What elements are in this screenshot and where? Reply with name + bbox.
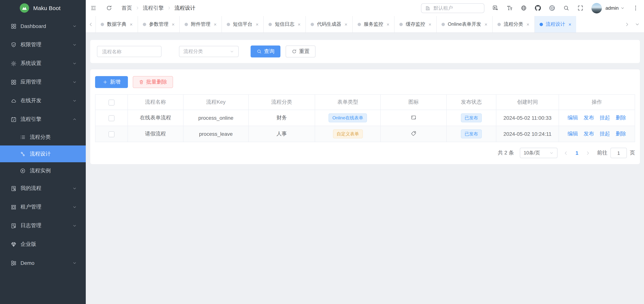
close-icon[interactable]: × bbox=[344, 22, 347, 27]
sidebar-item-process-instance[interactable]: 流程实例 bbox=[0, 162, 86, 179]
tab-sms-platform[interactable]: 短信平台× bbox=[222, 16, 264, 32]
tab-code-generator[interactable]: 代码生成器× bbox=[306, 16, 352, 32]
form-type-tag: Online在线表单 bbox=[329, 114, 367, 122]
row-checkbox[interactable] bbox=[108, 115, 114, 121]
publish-link[interactable]: 发布 bbox=[584, 114, 594, 121]
sidebar-item-log-management[interactable]: 日志管理 bbox=[0, 216, 86, 235]
close-icon[interactable]: × bbox=[484, 22, 488, 27]
shield-check-icon bbox=[10, 42, 17, 48]
tabs-scroll-left-button[interactable] bbox=[86, 16, 96, 32]
suspend-link[interactable]: 挂起 bbox=[600, 114, 610, 121]
tenant-search-input[interactable] bbox=[433, 5, 480, 11]
tabs-bar: 数据字典× 参数管理× 附件管理× 短信平台× 短信日志× 代码生成器× 服务监… bbox=[86, 16, 644, 33]
translate-button[interactable] bbox=[492, 5, 498, 11]
user-menu[interactable]: admin bbox=[606, 5, 624, 11]
tab-attachment-management[interactable]: 附件管理× bbox=[179, 16, 221, 32]
tab-label: 附件管理 bbox=[191, 21, 210, 28]
close-icon[interactable]: × bbox=[172, 22, 174, 27]
tab-dot-icon bbox=[311, 22, 314, 26]
tab-data-dictionary[interactable]: 数据字典× bbox=[96, 16, 138, 32]
search-button[interactable]: 查询 bbox=[250, 46, 280, 58]
tab-cache-monitor[interactable]: 缓存监控× bbox=[394, 16, 436, 32]
gitee-button[interactable] bbox=[549, 5, 555, 11]
edit-link[interactable]: 编辑 bbox=[568, 114, 578, 121]
cell-category: 人事 bbox=[248, 126, 315, 142]
sidebar-item-permissions[interactable]: 权限管理 bbox=[0, 36, 86, 54]
refresh-icon bbox=[106, 5, 112, 11]
delete-link[interactable]: 删除 bbox=[616, 114, 626, 121]
sidebar: Maku Boot Dashboard 权限管理 系统设置 应用管理 bbox=[0, 0, 86, 304]
select-all-checkbox[interactable] bbox=[108, 100, 114, 105]
process-name-input[interactable] bbox=[102, 48, 157, 55]
logo[interactable]: Maku Boot bbox=[0, 0, 86, 16]
close-icon[interactable]: × bbox=[256, 22, 258, 27]
flow-icon bbox=[20, 150, 26, 157]
add-button[interactable]: 新增 bbox=[95, 76, 128, 88]
process-category-select[interactable]: 流程分类 bbox=[179, 46, 239, 57]
github-button[interactable] bbox=[534, 5, 541, 11]
github-icon bbox=[534, 5, 541, 11]
delete-link[interactable]: 删除 bbox=[616, 130, 626, 137]
process-name-field[interactable] bbox=[97, 46, 162, 57]
tab-sms-log[interactable]: 短信日志× bbox=[264, 16, 306, 32]
sidebar-item-app-management[interactable]: 应用管理 bbox=[0, 73, 86, 92]
page-number-button[interactable]: 1 bbox=[574, 150, 580, 156]
close-icon[interactable]: × bbox=[568, 22, 571, 27]
tabs-menu-button[interactable] bbox=[633, 22, 642, 27]
sidebar-item-system-settings[interactable]: 系统设置 bbox=[0, 54, 86, 73]
column-header: 流程Key bbox=[183, 94, 248, 110]
tab-process-design[interactable]: 流程设计× bbox=[534, 16, 576, 32]
sidebar-item-tenant-management[interactable]: 租户管理 bbox=[0, 198, 86, 216]
sidebar-item-process-engine[interactable]: 流程引擎 bbox=[0, 110, 86, 129]
fullscreen-button[interactable] bbox=[577, 5, 584, 11]
sidebar-item-dashboard[interactable]: Dashboard bbox=[0, 17, 86, 36]
sidebar-item-demo[interactable]: Demo bbox=[0, 254, 86, 272]
tab-label: 数据字典 bbox=[107, 21, 126, 28]
sidebar-item-process-design[interactable]: 流程设计 bbox=[0, 146, 86, 162]
close-icon[interactable]: × bbox=[298, 22, 300, 27]
goto-page-input[interactable] bbox=[610, 148, 627, 158]
tab-parameter-management[interactable]: 参数管理× bbox=[138, 16, 179, 32]
more-settings-button[interactable] bbox=[632, 5, 639, 11]
close-icon[interactable]: × bbox=[386, 22, 389, 27]
refresh-button[interactable] bbox=[106, 5, 112, 11]
table-row: 在线表单流程 process_online 财务 Online在线表单 已发布 … bbox=[95, 110, 635, 126]
menu-fold-button[interactable] bbox=[90, 5, 96, 11]
table-toolbar: 新增 批量删除 bbox=[95, 76, 635, 88]
prev-page-button[interactable] bbox=[563, 150, 569, 155]
close-icon[interactable]: × bbox=[130, 22, 132, 27]
row-checkbox[interactable] bbox=[108, 131, 114, 137]
edit-link[interactable]: 编辑 bbox=[568, 130, 578, 137]
close-icon[interactable]: × bbox=[214, 22, 216, 27]
close-icon[interactable]: × bbox=[428, 22, 431, 27]
close-icon[interactable]: × bbox=[526, 22, 529, 27]
search-button[interactable] bbox=[563, 5, 569, 11]
reset-button[interactable]: 重置 bbox=[286, 46, 316, 58]
sidebar-item-label: 租户管理 bbox=[20, 204, 42, 210]
tenant-select[interactable] bbox=[421, 3, 484, 13]
page-size-select[interactable]: 10条/页 bbox=[520, 148, 558, 158]
batch-delete-button[interactable]: 批量删除 bbox=[133, 76, 173, 88]
breadcrumb-process-engine[interactable]: 流程引擎 bbox=[143, 5, 164, 12]
suspend-link[interactable]: 挂起 bbox=[600, 130, 610, 137]
cell-icon bbox=[381, 110, 446, 126]
sidebar-item-process-category[interactable]: 流程分类 bbox=[0, 129, 86, 146]
cell-status: 已发布 bbox=[446, 126, 496, 142]
publish-link[interactable]: 发布 bbox=[584, 130, 594, 137]
sidebar-item-online-dev[interactable]: 在线开发 bbox=[0, 92, 86, 110]
next-page-button[interactable] bbox=[585, 150, 591, 155]
chevron-down-icon bbox=[72, 24, 77, 28]
sidebar-item-enterprise[interactable]: 企业版 bbox=[0, 235, 86, 254]
tabs-scroll-right-button[interactable] bbox=[622, 22, 631, 27]
topbar: 首页 流程引擎 流程设计 bbox=[86, 0, 644, 16]
font-size-button[interactable] bbox=[506, 5, 512, 11]
select-placeholder: 流程分类 bbox=[184, 48, 203, 55]
breadcrumb-home[interactable]: 首页 bbox=[122, 5, 132, 12]
tab-service-monitor[interactable]: 服务监控× bbox=[352, 16, 394, 32]
avatar[interactable] bbox=[591, 3, 602, 13]
language-button[interactable] bbox=[520, 5, 527, 11]
sidebar-item-my-process[interactable]: 我的流程 bbox=[0, 179, 86, 198]
sidebar-menu: Dashboard 权限管理 系统设置 应用管理 在线开发 bbox=[0, 16, 86, 272]
tab-process-category[interactable]: 流程分类× bbox=[492, 16, 534, 32]
tab-online-form-dev[interactable]: Online表单开发× bbox=[436, 16, 492, 32]
